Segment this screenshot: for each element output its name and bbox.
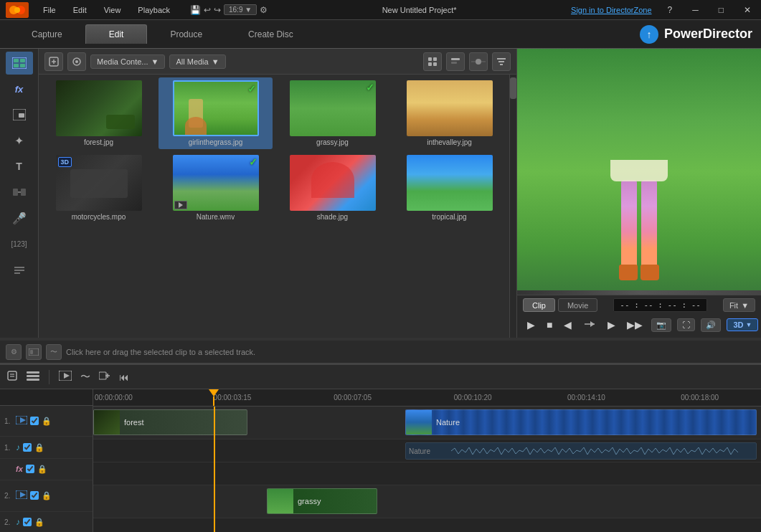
tab-capture[interactable]: Capture	[9, 25, 85, 44]
tab-create-disc[interactable]: Create Disc	[225, 25, 316, 44]
prev-frame-btn[interactable]: ◀	[561, 318, 575, 332]
clip-wave-icon[interactable]: 〜	[46, 344, 62, 360]
track-visible-checkbox[interactable]	[23, 443, 32, 452]
media-thumbnail: 3D	[56, 155, 142, 211]
track-row-video2: grassy	[93, 485, 761, 518]
track-lock-icon[interactable]: 🔒	[37, 465, 47, 474]
preview-video	[517, 49, 761, 295]
sidebar-tool-chapters[interactable]	[6, 258, 33, 281]
save-icon[interactable]: 💾	[190, 5, 201, 15]
play-btn[interactable]: ▶	[524, 318, 538, 332]
minimize-btn[interactable]: ─	[688, 4, 703, 16]
menu-file[interactable]: File	[40, 4, 59, 16]
sidebar-tool-text[interactable]: T	[6, 155, 33, 178]
media-item[interactable]: inthevalley.jpg	[392, 77, 506, 149]
stop-btn[interactable]: ■	[544, 318, 555, 332]
import-icon[interactable]	[44, 52, 63, 71]
track-visible-checkbox[interactable]	[30, 417, 39, 425]
media-item[interactable]: forest.jpg	[42, 77, 156, 149]
close-btn[interactable]: ✕	[739, 4, 755, 16]
settings2-icon[interactable]	[67, 52, 86, 71]
media-scrollbar[interactable]	[509, 75, 516, 338]
timeline-content: 00:00:00:00 00:00:03:15 00:00:07:05 00:0…	[93, 389, 761, 532]
sidebar-tool-subtitles[interactable]: [123]	[6, 232, 33, 255]
media-item[interactable]: ✓ grassy.jpg	[275, 77, 389, 149]
track-manager-icon[interactable]	[24, 369, 42, 385]
content-type-dropdown[interactable]: Media Conte... ▼	[90, 54, 165, 69]
fast-forward-btn[interactable]: ▶▶	[624, 318, 646, 332]
track-lock-icon[interactable]: 🔒	[34, 443, 44, 452]
fullscreen-btn[interactable]: ⛶	[677, 318, 695, 331]
next-frame-btn[interactable]: ▶	[605, 318, 618, 332]
grid-view-icon[interactable]	[423, 52, 442, 71]
track-lock-icon[interactable]: 🔒	[42, 417, 52, 426]
media-item[interactable]: tropical.jpg	[392, 152, 506, 224]
help-btn[interactable]: ?	[663, 4, 677, 16]
track-lock-icon[interactable]: 🔒	[42, 491, 52, 500]
menu-view[interactable]: View	[101, 4, 124, 16]
sidebar-tool-fx[interactable]: fx	[6, 77, 33, 100]
track-header-audio1: 1. ♪ 🔒	[0, 437, 93, 458]
sidebar-tool-audio[interactable]: 🎤	[6, 206, 33, 229]
undo-timeline-icon[interactable]: ⏮	[117, 369, 131, 385]
svg-rect-41	[27, 375, 39, 377]
tab-edit[interactable]: Edit	[85, 24, 148, 44]
media-thumbnail	[56, 80, 142, 136]
fit-dropdown[interactable]: Fit ▼	[723, 298, 755, 312]
timeline-settings-icon[interactable]	[4, 368, 20, 386]
video-track2-icon	[16, 490, 27, 500]
movie-tab[interactable]: Movie	[558, 298, 597, 312]
sidebar-tool-particles[interactable]: ✦	[6, 129, 33, 152]
volume-btn[interactable]: 🔊	[701, 318, 721, 332]
toolbar-separator	[49, 370, 49, 384]
svg-rect-8	[20, 64, 25, 67]
sort-icon[interactable]	[492, 52, 511, 71]
filter-dropdown[interactable]: All Media ▼	[169, 54, 225, 69]
clip-nature[interactable]: Nature	[405, 409, 757, 435]
tracks-container: forest Nature Nature	[93, 407, 761, 532]
menu-edit[interactable]: Edit	[70, 4, 90, 16]
media-item-label: forest.jpg	[84, 138, 113, 146]
slow-motion-btn[interactable]	[580, 318, 599, 332]
track-visible-checkbox[interactable]	[23, 518, 32, 526]
svg-marker-34	[590, 321, 595, 327]
media-item[interactable]: shade.jpg	[275, 152, 389, 224]
clip-info-settings-icon[interactable]: ⚙	[6, 344, 22, 360]
snapshot-btn[interactable]: 📷	[651, 318, 671, 332]
media-item[interactable]: 3D motorcycles.mpo	[42, 152, 156, 224]
sidebar-tool-transitions[interactable]	[6, 181, 33, 204]
size-slider-icon[interactable]	[469, 52, 488, 71]
list-view-icon[interactable]	[446, 52, 465, 71]
media-thumbnail: ✓	[173, 155, 259, 211]
redo-icon[interactable]: ↪	[214, 5, 221, 15]
clip-tab[interactable]: Clip	[523, 298, 555, 312]
track-visible-checkbox[interactable]	[26, 465, 34, 473]
sign-in-link[interactable]: Sign in to DirectorZone	[571, 6, 652, 14]
sidebar-tool-media[interactable]	[6, 52, 33, 75]
undo-icon[interactable]: ↩	[204, 5, 211, 15]
check-badge: ✓	[366, 82, 374, 93]
3d-mode-btn[interactable]: 3D ▼	[727, 318, 758, 331]
audio-nature-wave[interactable]: Nature	[405, 442, 757, 460]
video-clip-icon[interactable]	[57, 369, 74, 385]
media-item[interactable]: ✓ Nature.wmv	[159, 152, 273, 224]
clip-forest[interactable]: forest	[93, 409, 247, 435]
track-visible-checkbox[interactable]	[30, 491, 39, 500]
clip-type-icon[interactable]	[26, 344, 42, 360]
track-headers: 1. 🔒 1. ♪ 🔒 fx 🔒	[0, 389, 93, 532]
svg-point-20	[75, 60, 78, 63]
tab-produce[interactable]: Produce	[147, 25, 225, 44]
preview-tabs: Clip Movie -- : -- : -- : -- Fit ▼	[523, 298, 755, 312]
sidebar-tool-pip[interactable]	[6, 103, 33, 126]
media-item[interactable]: ✓ girlinthegrass.jpg	[159, 77, 273, 149]
media-item-label: grassy.jpg	[316, 138, 349, 146]
maximize-btn[interactable]: □	[714, 4, 728, 16]
playback-controls: ▶ ■ ◀ ▶ ▶▶ 📷 ⛶ 🔊 3D ▼ ⇔	[523, 315, 755, 335]
audio-icon[interactable]: 〜	[78, 369, 93, 386]
menu-playback[interactable]: Playback	[135, 4, 173, 16]
clip-grassy[interactable]: grassy	[267, 488, 377, 514]
settings-icon[interactable]: ⚙	[260, 5, 268, 15]
add-track-icon[interactable]	[97, 369, 113, 385]
clock-icon[interactable]: 16:9 ▼	[224, 4, 257, 15]
track-lock-icon[interactable]: 🔒	[34, 518, 44, 527]
